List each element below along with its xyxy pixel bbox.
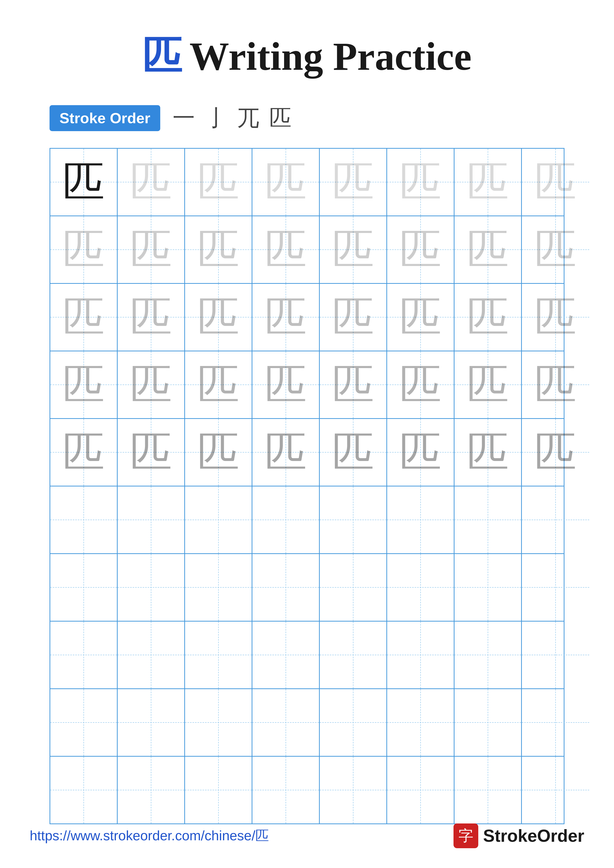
- grid-cell[interactable]: [387, 554, 454, 621]
- grid-cell[interactable]: [185, 756, 252, 823]
- char-guide: 匹: [63, 296, 105, 338]
- char-guide: 匹: [265, 296, 307, 338]
- grid-cell[interactable]: [320, 756, 387, 823]
- grid-cell[interactable]: [50, 622, 118, 688]
- grid-cell[interactable]: 匹: [252, 284, 320, 350]
- grid-cell[interactable]: [522, 756, 589, 823]
- grid-cell[interactable]: [320, 622, 387, 688]
- grid-cell[interactable]: [454, 487, 522, 553]
- char-guide: 匹: [399, 229, 441, 271]
- grid-cell[interactable]: [185, 622, 252, 688]
- grid-cell[interactable]: [454, 689, 522, 756]
- char-guide: 匹: [399, 296, 441, 338]
- grid-cell[interactable]: 匹: [118, 216, 185, 283]
- grid-cell[interactable]: 匹: [118, 351, 185, 418]
- grid-cell[interactable]: 匹: [185, 419, 252, 486]
- grid-cell[interactable]: [185, 487, 252, 553]
- grid-row: [50, 622, 564, 689]
- grid-cell[interactable]: [522, 622, 589, 688]
- grid-cell[interactable]: 匹: [387, 149, 454, 215]
- grid-cell[interactable]: 匹: [387, 351, 454, 418]
- grid-cell[interactable]: [522, 554, 589, 621]
- grid-cell[interactable]: 匹: [522, 149, 589, 215]
- char-guide: 匹: [332, 431, 374, 473]
- grid-cell[interactable]: 匹: [454, 284, 522, 350]
- grid-cell[interactable]: [252, 487, 320, 553]
- char-guide: 匹: [265, 431, 307, 473]
- char-guide: 匹: [535, 296, 577, 338]
- footer-url[interactable]: https://www.strokeorder.com/chinese/匹: [30, 827, 269, 845]
- grid-cell[interactable]: 匹: [252, 149, 320, 215]
- grid-cell[interactable]: 匹: [50, 351, 118, 418]
- grid-cell[interactable]: 匹: [50, 419, 118, 486]
- char-guide: 匹: [332, 161, 374, 203]
- grid-cell[interactable]: [50, 756, 118, 823]
- grid-cell[interactable]: 匹: [522, 351, 589, 418]
- grid-cell[interactable]: 匹: [50, 149, 118, 215]
- grid-cell[interactable]: [50, 487, 118, 553]
- grid-cell[interactable]: 匹: [185, 351, 252, 418]
- grid-cell[interactable]: [454, 622, 522, 688]
- grid-cell[interactable]: [387, 689, 454, 756]
- stroke-1: 一: [173, 103, 195, 133]
- grid-row: [50, 756, 564, 823]
- grid-cell[interactable]: 匹: [387, 419, 454, 486]
- grid-cell[interactable]: 匹: [50, 284, 118, 350]
- grid-cell[interactable]: 匹: [185, 284, 252, 350]
- grid-cell[interactable]: 匹: [522, 419, 589, 486]
- grid-cell[interactable]: 匹: [50, 216, 118, 283]
- practice-grid[interactable]: 匹 匹 匹 匹 匹 匹 匹 匹: [50, 148, 564, 824]
- char-guide: 匹: [535, 161, 577, 203]
- char-guide: 匹: [467, 431, 509, 473]
- grid-cell[interactable]: [118, 689, 185, 756]
- grid-cell[interactable]: 匹: [320, 419, 387, 486]
- grid-cell[interactable]: 匹: [320, 351, 387, 418]
- grid-cell[interactable]: 匹: [118, 419, 185, 486]
- char-guide: 匹: [130, 364, 172, 406]
- grid-cell[interactable]: 匹: [454, 351, 522, 418]
- grid-cell[interactable]: [118, 756, 185, 823]
- grid-cell[interactable]: 匹: [252, 351, 320, 418]
- grid-cell[interactable]: 匹: [185, 216, 252, 283]
- grid-cell[interactable]: [118, 554, 185, 621]
- stroke-order-chars: 一 亅 兀 匹: [173, 103, 292, 133]
- grid-cell[interactable]: [252, 756, 320, 823]
- grid-cell[interactable]: [320, 487, 387, 553]
- grid-cell[interactable]: [320, 689, 387, 756]
- grid-cell[interactable]: [118, 622, 185, 688]
- grid-cell[interactable]: [185, 554, 252, 621]
- grid-cell[interactable]: 匹: [387, 284, 454, 350]
- char-guide: 匹: [130, 296, 172, 338]
- grid-cell[interactable]: 匹: [252, 216, 320, 283]
- grid-cell[interactable]: [454, 756, 522, 823]
- grid-cell[interactable]: [252, 689, 320, 756]
- grid-cell[interactable]: 匹: [118, 284, 185, 350]
- title-label: Writing Practice: [190, 34, 472, 79]
- grid-cell[interactable]: [252, 554, 320, 621]
- grid-cell[interactable]: 匹: [185, 149, 252, 215]
- grid-cell[interactable]: [522, 689, 589, 756]
- grid-cell[interactable]: 匹: [320, 216, 387, 283]
- grid-cell[interactable]: 匹: [454, 419, 522, 486]
- grid-cell[interactable]: [50, 554, 118, 621]
- grid-cell[interactable]: [118, 487, 185, 553]
- grid-cell[interactable]: [50, 689, 118, 756]
- grid-cell[interactable]: 匹: [320, 149, 387, 215]
- grid-cell[interactable]: 匹: [522, 216, 589, 283]
- grid-cell[interactable]: 匹: [387, 216, 454, 283]
- grid-cell[interactable]: [522, 487, 589, 553]
- grid-cell[interactable]: 匹: [118, 149, 185, 215]
- grid-cell[interactable]: 匹: [522, 284, 589, 350]
- char-guide: 匹: [63, 364, 105, 406]
- grid-cell[interactable]: [387, 487, 454, 553]
- grid-cell[interactable]: 匹: [320, 284, 387, 350]
- grid-cell[interactable]: [185, 689, 252, 756]
- grid-cell[interactable]: 匹: [454, 216, 522, 283]
- grid-cell[interactable]: [320, 554, 387, 621]
- grid-cell[interactable]: 匹: [454, 149, 522, 215]
- grid-cell[interactable]: [252, 622, 320, 688]
- grid-cell[interactable]: [387, 756, 454, 823]
- grid-cell[interactable]: [454, 554, 522, 621]
- grid-cell[interactable]: 匹: [252, 419, 320, 486]
- grid-cell[interactable]: [387, 622, 454, 688]
